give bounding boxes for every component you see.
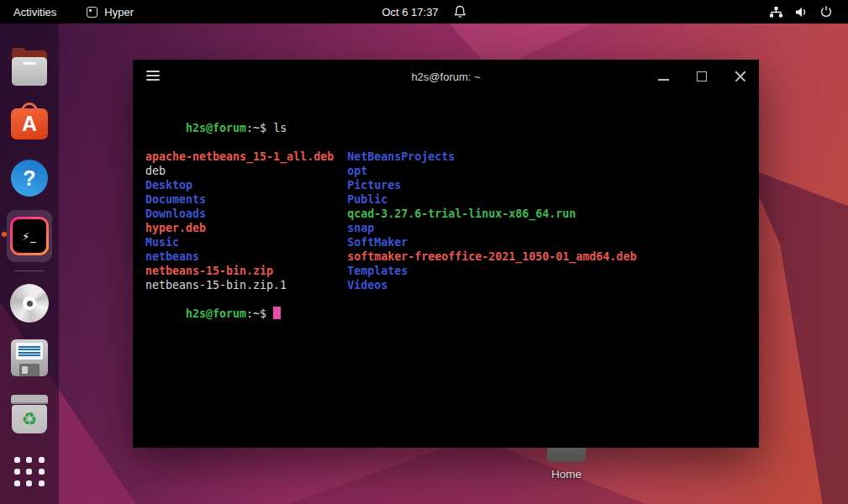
prompt-path: :~$ [246, 307, 266, 320]
ls-output-line: DesktopPictures [145, 178, 759, 192]
ls-output-line: DocumentsPublic [145, 192, 759, 207]
dock-item-floppy-media[interactable] [0, 339, 59, 376]
ls-entry: Music [145, 235, 347, 249]
ls-entry: softmaker-freeoffice-2021_1050-01_amd64.… [347, 250, 636, 263]
terminal-listing: apache-netbeans_15-1_all.debNetBeansProj… [145, 150, 759, 292]
ls-entry: apache-netbeans_15-1_all.deb [145, 150, 347, 164]
dock-item-files[interactable] [0, 50, 59, 86]
ls-entry: SoftMaker [347, 236, 408, 249]
network-wired-icon [769, 6, 783, 18]
ls-entry: Pictures [347, 179, 401, 192]
desktop-home-shortcut[interactable]: Home [535, 446, 598, 480]
dock-item-ubuntu-software[interactable]: A [0, 102, 59, 139]
software-icon-glyph: A [22, 112, 37, 136]
app-grid-icon [13, 455, 46, 487]
floppy-disk-icon [11, 339, 48, 376]
dock: A ? ⚡_ ♻ [0, 24, 59, 504]
close-button[interactable] [735, 71, 746, 82]
ls-entry: netbeans-15-bin.zip [145, 264, 347, 278]
home-label: Home [535, 468, 598, 480]
command-text: ls [273, 122, 287, 134]
prompt-line: h2s@forum:~$ls [145, 107, 759, 150]
app-menu-label: Hyper [104, 6, 134, 18]
ls-entry: Documents [145, 192, 347, 207]
ls-output-line: netbeans-15-bin.zip.1Videos [145, 278, 759, 292]
hyper-terminal-icon: ⚡_ [10, 217, 49, 255]
ls-entry: opt [347, 165, 367, 177]
app-menu[interactable]: Hyper [87, 6, 134, 18]
top-bar: Activities Hyper Oct 6 17:37 [0, 0, 848, 24]
dock-item-hyper[interactable]: ⚡_ [0, 217, 59, 255]
ls-output-line: Downloadsqcad-3.27.6-trial-linux-x86_64.… [145, 207, 759, 221]
recycle-glyph: ♻ [22, 409, 38, 429]
help-icon: ? [11, 160, 48, 197]
ls-entry: Desktop [145, 178, 347, 192]
window-title: h2s@forum: ~ [411, 71, 480, 83]
dock-item-cd-media[interactable] [0, 284, 59, 323]
minimize-button[interactable] [658, 79, 669, 81]
menu-hamburger-icon[interactable] [146, 71, 160, 81]
ls-entry: snap [347, 222, 374, 234]
ls-entry: Public [347, 193, 387, 206]
prompt-line-2: h2s@forum:~$ [145, 292, 759, 335]
dock-item-help[interactable]: ? [0, 160, 59, 197]
prompt-path: :~$ [246, 122, 266, 134]
ls-output-line: hyper.debsnap [145, 221, 759, 235]
terminal-content: h2s@forum:~$ls apache-netbeans_15-1_all.… [133, 93, 759, 335]
dock-item-trash[interactable]: ♻ [0, 395, 59, 433]
prompt-user-host: h2s@forum [186, 122, 246, 134]
prompt-user-host: h2s@forum [186, 307, 246, 320]
power-icon [819, 5, 833, 18]
ls-output-line: netbeans-15-bin.zipTemplates [145, 264, 759, 278]
ls-entry: deb [145, 164, 347, 178]
activities-button[interactable]: Activities [13, 6, 56, 18]
volume-icon [794, 6, 808, 18]
clock-menu[interactable]: Oct 6 17:37 [382, 0, 466, 24]
home-folder-icon [547, 446, 586, 462]
hyper-icon-glyph: ⚡_ [22, 230, 37, 243]
terminal-window: h2s@forum: ~ h2s@forum:~$ls apache-netbe… [133, 60, 759, 448]
ls-entry: NetBeansProjects [347, 150, 455, 163]
clock-label: Oct 6 17:37 [382, 6, 438, 18]
help-icon-glyph: ? [23, 166, 35, 191]
dock-item-app-grid[interactable] [0, 455, 59, 487]
hyper-app-icon [87, 7, 97, 18]
ls-entry: hyper.deb [145, 221, 347, 235]
trash-icon: ♻ [11, 395, 48, 433]
cd-disc-icon [10, 284, 49, 323]
files-icon [10, 50, 49, 86]
ls-output-line: debopt [145, 164, 759, 178]
ls-entry: qcad-3.27.6-trial-linux-x86_64.run [347, 207, 576, 220]
window-titlebar[interactable]: h2s@forum: ~ [133, 60, 759, 93]
maximize-button[interactable] [697, 71, 707, 81]
ls-output-line: netbeanssoftmaker-freeoffice-2021_1050-0… [145, 249, 759, 264]
dock-divider [14, 270, 45, 271]
ls-output-line: apache-netbeans_15-1_all.debNetBeansProj… [145, 150, 759, 164]
ls-output-line: MusicSoftMaker [145, 235, 759, 249]
ls-entry: Templates [347, 265, 408, 277]
ls-entry: netbeans [145, 249, 347, 264]
ls-entry: Videos [347, 279, 387, 291]
notification-bell-icon [454, 5, 466, 18]
ls-entry: Downloads [145, 207, 347, 221]
system-status-area[interactable] [769, 5, 848, 18]
terminal-cursor [273, 307, 281, 319]
ubuntu-software-icon: A [11, 102, 48, 139]
ls-entry: netbeans-15-bin.zip.1 [145, 278, 347, 292]
